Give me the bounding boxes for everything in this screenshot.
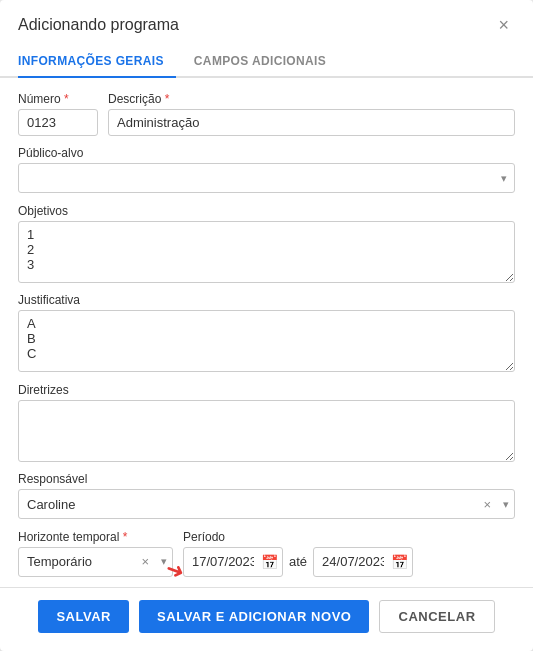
tab-campos-adicionais[interactable]: CAMPOS ADICIONAIS xyxy=(194,46,338,78)
diretrizes-group: Diretrizes xyxy=(18,383,515,463)
numero-input[interactable] xyxy=(18,109,98,136)
date-end-input[interactable] xyxy=(313,547,413,577)
tabs-container: INFORMAÇÕES GERAIS CAMPOS ADICIONAIS xyxy=(0,46,533,78)
modal-title: Adicionando programa xyxy=(18,16,179,34)
publico-alvo-label: Público-alvo xyxy=(18,146,515,160)
save-button[interactable]: SALVAR xyxy=(38,600,129,633)
date-start-input[interactable] xyxy=(183,547,283,577)
numero-required: * xyxy=(61,92,69,106)
responsavel-select[interactable]: Caroline xyxy=(18,489,515,519)
horizonte-temporal-label: Horizonte temporal * xyxy=(18,530,173,544)
publico-alvo-group: Público-alvo ▾ xyxy=(18,146,515,194)
modal-dialog: Adicionando programa × INFORMAÇÕES GERAI… xyxy=(0,0,533,651)
horizonte-periodo-row: Horizonte temporal * Temporário × ▾ ➜ Pe… xyxy=(18,530,515,577)
close-button[interactable]: × xyxy=(492,14,515,36)
horizonte-clear-button[interactable]: × xyxy=(139,555,151,568)
responsavel-clear-button[interactable]: × xyxy=(481,498,493,511)
cancel-button[interactable]: CANCELAR xyxy=(379,600,494,633)
responsavel-select-wrapper: Caroline × ▾ xyxy=(18,489,515,519)
date-end-wrap: 📅 xyxy=(313,547,413,577)
periodo-inputs: 📅 até 📅 xyxy=(183,547,515,577)
modal-header: Adicionando programa × xyxy=(0,0,533,46)
numero-group: Número * xyxy=(18,92,98,136)
descricao-group: Descrição * xyxy=(108,92,515,136)
ate-label: até xyxy=(287,554,309,569)
horizonte-required: * xyxy=(119,530,127,544)
save-add-button[interactable]: SALVAR E ADICIONAR NOVO xyxy=(139,600,369,633)
publico-alvo-select-wrapper: ▾ xyxy=(18,163,515,193)
descricao-label: Descrição * xyxy=(108,92,515,106)
modal-footer: SALVAR SALVAR E ADICIONAR NOVO CANCELAR xyxy=(0,587,533,651)
modal-body: Número * Descrição * Público-alvo ▾ xyxy=(0,78,533,587)
objetivos-label: Objetivos xyxy=(18,204,515,218)
descricao-required: * xyxy=(161,92,169,106)
justificativa-group: Justificativa A B C xyxy=(18,293,515,373)
objetivos-textarea[interactable]: 1 2 3 xyxy=(18,221,515,283)
date-start-wrap: 📅 xyxy=(183,547,283,577)
horizonte-select-wrapper: Temporário × ▾ xyxy=(18,547,173,577)
justificativa-textarea[interactable]: A B C xyxy=(18,310,515,372)
periodo-label: Período xyxy=(183,530,515,544)
horizonte-temporal-group: Horizonte temporal * Temporário × ▾ xyxy=(18,530,173,577)
publico-alvo-select[interactable] xyxy=(18,163,515,193)
diretrizes-textarea[interactable] xyxy=(18,400,515,462)
tab-informacoes-gerais[interactable]: INFORMAÇÕES GERAIS xyxy=(18,46,176,78)
diretrizes-label: Diretrizes xyxy=(18,383,515,397)
objetivos-group: Objetivos 1 2 3 xyxy=(18,204,515,284)
responsavel-label: Responsável xyxy=(18,472,515,486)
responsavel-group: Responsável Caroline × ▾ xyxy=(18,472,515,520)
numero-descricao-row: Número * Descrição * xyxy=(18,92,515,136)
descricao-input[interactable] xyxy=(108,109,515,136)
numero-label: Número * xyxy=(18,92,98,106)
periodo-group: Período 📅 até 📅 xyxy=(183,530,515,577)
justificativa-label: Justificativa xyxy=(18,293,515,307)
